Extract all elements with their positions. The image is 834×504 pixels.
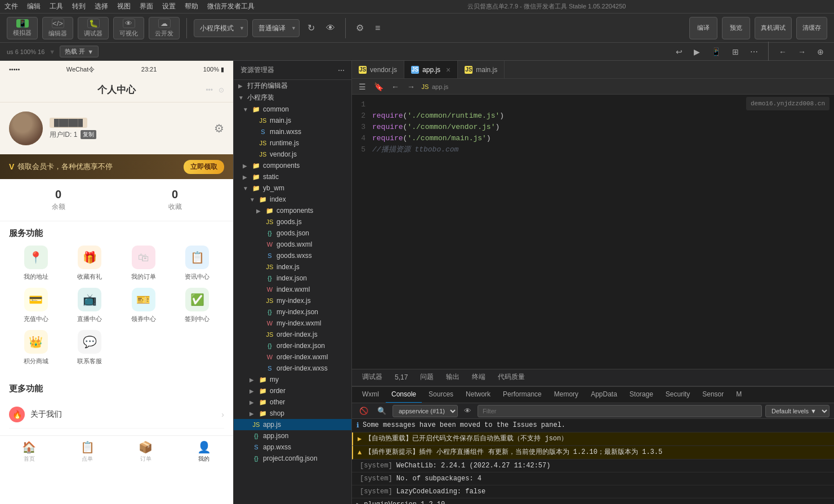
translate-select[interactable]: 普通编译 [252,19,300,37]
code-editor[interactable]: demo16.ynjdzzd008.cn 1 2 require('./comm… [352,95,834,369]
vip-claim-btn[interactable]: 立即领取 [184,160,224,174]
real-debug-btn[interactable]: 真机调试 [755,17,792,39]
menu-view[interactable]: 视图 [117,2,131,11]
editor-forward-btn[interactable]: → [405,81,417,92]
service-gift[interactable]: 🎁 收藏有礼 [63,246,117,281]
file-order-index-json[interactable]: {} order-index.json [234,340,351,351]
devtools-tab-m[interactable]: M [730,386,747,403]
file-main-js[interactable]: JS main.js [234,115,351,126]
undo-btn[interactable]: ↩ [672,46,686,57]
editor-menu-btn[interactable]: ☰ [356,81,368,92]
compile-btn[interactable]: 编译 [689,17,717,39]
settings-icon-btn[interactable]: ⚙ [353,20,367,35]
cloud-btn[interactable]: ☁ 云开发 [149,17,180,39]
tab-main-js[interactable]: JS main.js [458,61,505,78]
folder-order[interactable]: ▶ 📁 order [234,385,351,396]
file-index-json[interactable]: {} index.json [234,273,351,284]
file-my-index-wxml[interactable]: W my-index.wxml [234,318,351,329]
devtools-tab-sensor[interactable]: Sensor [697,386,729,403]
file-order-index-wxss[interactable]: S order-index.wxss [234,363,351,374]
settings-gear-icon[interactable]: ⚙ [214,122,224,135]
file-app-wxss[interactable]: S app.wxss [234,441,351,453]
file-goods-json[interactable]: {} goods.json [234,228,351,239]
menu-icon-btn[interactable]: ≡ [372,21,383,35]
home2-btn[interactable]: ⊕ [814,46,827,57]
file-order-index-js[interactable]: JS order-index.js [234,329,351,340]
refresh-btn[interactable]: ↻ [304,20,318,35]
play-btn[interactable]: ▶ [690,46,703,57]
service-checkin[interactable]: ✅ 签到中心 [171,288,225,323]
console-filter-input[interactable] [478,405,762,417]
devtools-tab-debugger[interactable]: 调试器 [356,369,388,386]
file-panel-menu-icon[interactable]: ⋯ [338,66,345,74]
visual-btn[interactable]: 👁 可视化 [113,17,144,39]
file-order-index-wxml[interactable]: W order-index.wxml [234,351,351,363]
service-order[interactable]: 🛍 我的订单 [117,246,171,281]
file-project-config[interactable]: {} project.config.json [234,453,351,464]
file-goods-js[interactable]: JS goods.js [234,216,351,228]
nav-profile[interactable]: 👤 我的 [175,436,234,467]
file-index-js[interactable]: JS index.js [234,261,351,273]
devtools-tab-output[interactable]: 输出 [440,369,465,386]
service-news[interactable]: 📋 资讯中心 [171,246,225,281]
folder-my[interactable]: ▶ 📁 my [234,374,351,385]
folder-yb-wm[interactable]: ▼ 📁 yb_wm [234,182,351,194]
devtools-tab-badge[interactable]: 5,17 [389,369,413,386]
arrow-right2-btn[interactable]: → [795,46,809,57]
nav-order-menu[interactable]: 📋 点单 [59,436,117,467]
arrow-left2-btn[interactable]: ← [775,46,790,57]
devtools-tab-terminal[interactable]: 终端 [466,369,491,386]
preview-icon-btn[interactable]: 👁 [323,21,338,35]
file-vendor-js[interactable]: JS vendor.js [234,149,351,160]
devtools-tab-memory[interactable]: Memory [548,386,584,403]
devtools-tab-issues[interactable]: 问题 [414,369,439,386]
clear-cache-btn[interactable]: 清缓存 [796,17,827,39]
folder-static[interactable]: ▶ 📁 static [234,171,351,182]
devtools-tab-appdata[interactable]: AppData [585,386,623,403]
devtools-tab-network[interactable]: Network [460,386,496,403]
devtools-tab-sources[interactable]: Sources [423,386,459,403]
more-item-about[interactable]: 🔥 关于我们 › [9,401,224,429]
phone-camera-icon[interactable]: ⊙ [218,86,224,94]
console-filter-btn[interactable]: 🔍 [374,405,389,416]
hotload-btn[interactable]: 热载 开 ▼ [60,46,99,57]
folder-index[interactable]: ▼ 📁 index [234,194,351,205]
service-live[interactable]: 📺 直播中心 [63,288,117,323]
console-eye-btn[interactable]: 👁 [461,405,474,416]
menu-goto[interactable]: 转到 [72,2,86,11]
devtools-tab-console[interactable]: Console [386,386,422,403]
simulator-btn[interactable]: 📱 模拟器 [7,17,38,39]
folder-index-components[interactable]: ▶ 📁 components [234,205,351,216]
service-recharge[interactable]: 💳 充值中心 [9,288,63,323]
menu-interface[interactable]: 界面 [140,2,153,11]
folder-shop[interactable]: ▶ 📁 shop [234,408,351,419]
file-app-json[interactable]: {} app.json [234,430,351,441]
phone-btn[interactable]: 📱 [708,46,724,57]
folder-other[interactable]: ▶ 📁 other [234,396,351,408]
file-index-wxml[interactable]: W index.wxml [234,284,351,295]
devtools-tab-performance[interactable]: Performance [497,386,547,403]
file-main-wxss[interactable]: S main.wxss [234,126,351,137]
menu-tools[interactable]: 工具 [50,2,63,11]
nav-orders[interactable]: 📦 订单 [117,436,175,467]
tab-app-js-close[interactable]: × [446,65,451,74]
folder-components[interactable]: ▶ 📁 components [234,160,351,171]
tab-vendor-js[interactable]: JS vendor.js [352,61,404,78]
file-goods-wxml[interactable]: W goods.wxml [234,239,351,250]
editor-back-btn[interactable]: ← [389,81,402,92]
copy-badge[interactable]: 复制 [81,130,96,139]
editor-btn[interactable]: </> 编辑器 [42,17,73,39]
console-context-select[interactable]: appservice (#11) [393,405,458,417]
debugger-btn[interactable]: 🐛 调试器 [78,17,109,39]
menu-settings[interactable]: 设置 [162,2,176,11]
menu-help[interactable]: 帮助 [185,2,198,11]
file-runtime-js[interactable]: JS runtime.js [234,137,351,149]
menu-wechat-tools[interactable]: 微信开发者工具 [207,2,255,11]
file-my-index-js[interactable]: JS my-index.js [234,295,351,306]
more2-btn[interactable]: ⋯ [747,46,761,57]
phone-more-icon[interactable]: ••• [206,86,213,94]
editor-bookmark-btn[interactable]: 🔖 [372,81,386,92]
service-support[interactable]: 💬 联系客服 [63,330,117,365]
menu-select[interactable]: 选择 [95,2,108,11]
file-my-index-json[interactable]: {} my-index.json [234,306,351,318]
